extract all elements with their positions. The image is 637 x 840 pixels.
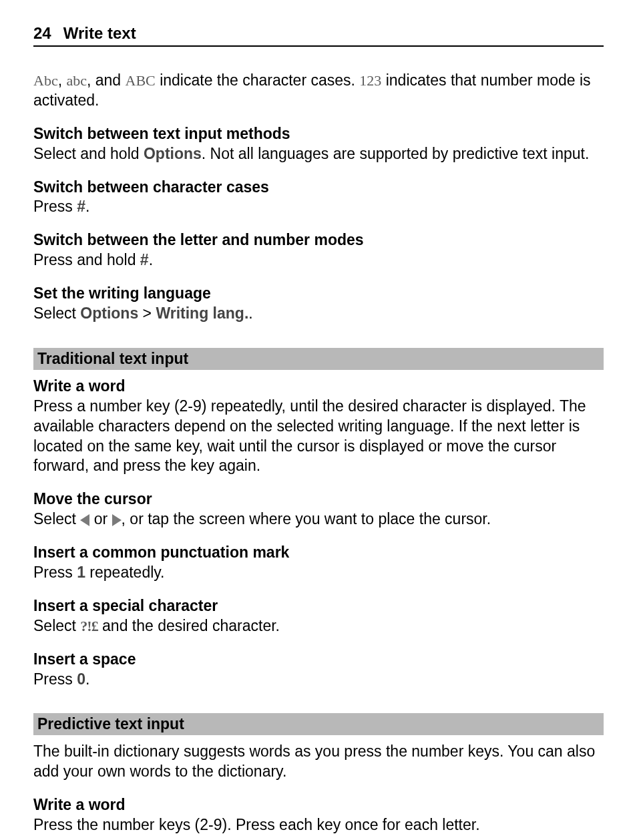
section-title: Switch between the letter and number mod… — [33, 230, 604, 250]
section-title: Move the cursor — [33, 489, 604, 509]
section-title: Set the writing language — [33, 284, 604, 304]
section-title: Insert a space — [33, 650, 604, 670]
traditional-text-input-bar: Traditional text input — [33, 348, 604, 370]
page-number: 24 — [33, 24, 51, 42]
mode-123-icon: 123 — [359, 72, 381, 89]
options-label: Options — [144, 145, 202, 162]
options-label: Options — [80, 304, 138, 322]
section-move-cursor: Move the cursor Select or , or tap the s… — [33, 489, 604, 530]
predictive-intro: The built-in dictionary suggests words a… — [33, 742, 604, 782]
section-switch-letter-number: Switch between the letter and number mod… — [33, 230, 604, 270]
section-insert-special-char: Insert a special character Select ?!£ an… — [33, 596, 604, 636]
mode-abc-upper-icon: ABC — [126, 72, 156, 89]
key-1-label: 1 — [77, 564, 85, 581]
key-0-label: 0 — [77, 670, 85, 688]
section-set-writing-language: Set the writing language Select Options … — [33, 284, 604, 324]
mode-abc-lower-icon: abc — [66, 72, 87, 89]
left-arrow-icon — [80, 514, 89, 526]
mode-abc-mixed-icon: Abc — [33, 72, 58, 89]
section-switch-input-methods: Switch between text input methods Select… — [33, 124, 604, 164]
special-char-icon: ?!£ — [80, 618, 97, 634]
section-write-a-word: Write a word Press a number key (2-9) re… — [33, 377, 604, 476]
intro-paragraph: Abc, abc, and ABC indicate the character… — [33, 71, 604, 111]
section-body: Press the number keys (2-9). Press each … — [33, 815, 604, 835]
section-predictive-write-word: Write a word Press the number keys (2-9)… — [33, 795, 604, 835]
section-title: Write a word — [33, 795, 604, 815]
section-insert-punctuation: Insert a common punctuation mark Press 1… — [33, 543, 604, 583]
page-title: Write text — [63, 24, 136, 42]
hash-key-label: # — [140, 251, 149, 268]
section-insert-space: Insert a space Press 0. — [33, 650, 604, 690]
hash-key-label: # — [77, 198, 85, 215]
section-title: Insert a special character — [33, 596, 604, 616]
page-header: 24Write text — [33, 24, 604, 47]
predictive-text-input-bar: Predictive text input — [33, 713, 604, 735]
section-switch-char-cases: Switch between character cases Press #. — [33, 178, 604, 218]
section-title: Insert a common punctuation mark — [33, 543, 604, 563]
section-body: Press a number key (2-9) repeatedly, unt… — [33, 397, 604, 477]
manual-page: 24Write text Abc, abc, and ABC indicate … — [0, 0, 637, 840]
writing-lang-label: Writing lang. — [156, 304, 248, 322]
section-title: Switch between character cases — [33, 178, 604, 198]
section-title: Write a word — [33, 377, 604, 397]
right-arrow-icon — [112, 514, 122, 526]
section-title: Switch between text input methods — [33, 124, 604, 144]
